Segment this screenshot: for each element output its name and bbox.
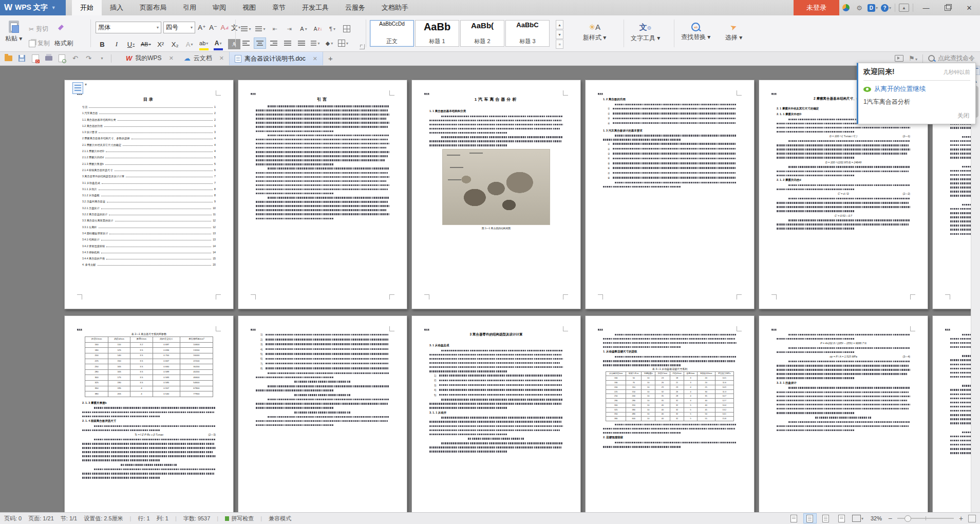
popup-close-button[interactable]: 关闭: [957, 112, 969, 120]
align-center-button[interactable]: [254, 38, 266, 48]
document-page-2[interactable]: 引言: [238, 80, 407, 309]
style-item-1[interactable]: AaBb标题 1: [415, 20, 459, 47]
style-item-2[interactable]: AaBb(标题 2: [460, 20, 504, 47]
clear-format-icon[interactable]: A◢: [220, 23, 229, 33]
sort-icon[interactable]: Az↓: [312, 24, 324, 34]
align-right-button[interactable]: [268, 38, 279, 48]
account-shield-icon[interactable]: [839, 0, 853, 15]
copy-button[interactable]: 复制: [29, 39, 50, 48]
cut-button[interactable]: ✂ 剪切: [29, 25, 48, 33]
navigation-flag-icon[interactable]: ▾: [72, 82, 87, 94]
resume-position-link[interactable]: 从离开的位置继续: [863, 85, 970, 93]
page-view-icon[interactable]: [804, 514, 816, 523]
paragraph-mark-icon[interactable]: ¶▾: [327, 24, 338, 34]
docer-icon[interactable]: D▾: [866, 0, 879, 15]
font-size-select[interactable]: 四号▾: [163, 22, 195, 33]
select-button[interactable]: ➤ 选择 ▾: [725, 23, 742, 42]
gear-icon[interactable]: ⚙: [853, 0, 866, 15]
menu-tab-8[interactable]: 云服务: [337, 0, 373, 15]
align-left-button[interactable]: [240, 38, 252, 48]
menu-tab-0[interactable]: 开始: [72, 0, 102, 15]
document-canvas[interactable]: 目录引言11 汽车离合器21.1 离合器的基本结构和分类21.2 离合器的功用3…: [0, 65, 980, 513]
doc-tab-0[interactable]: W我的WPS✕: [121, 51, 179, 65]
play-presentation-icon[interactable]: [895, 55, 903, 62]
document-page-1[interactable]: 目录引言11 汽车离合器21.1 离合器的基本结构和分类21.2 离合器的功用3…: [64, 80, 234, 309]
increase-font-icon[interactable]: A⁺: [197, 23, 206, 33]
document-page-3[interactable]: 1汽车离合器分析1. 1 离合器的基本结构和分类图 1—1 离合器的结构简图: [411, 80, 581, 309]
char-scale-icon[interactable]: A▾: [298, 24, 309, 34]
outline-view-icon[interactable]: [820, 514, 832, 523]
close-tab-icon[interactable]: ✕: [219, 55, 224, 62]
shading-bucket-icon[interactable]: ◆▾: [324, 38, 335, 48]
text-tool-button[interactable]: 文⚙ 文字工具 ▾: [631, 23, 660, 43]
open-folder-icon[interactable]: [4, 54, 13, 63]
document-page-8[interactable]: 1)2)3)4)5)6)7)8): [238, 315, 407, 513]
format-painter-button[interactable]: 格式刷: [54, 39, 73, 48]
best-fit-icon[interactable]: [968, 515, 976, 522]
new-tab-button[interactable]: +: [323, 51, 338, 65]
pinyin-guide-icon[interactable]: 文▾: [231, 23, 240, 33]
fullscreen-icon[interactable]: ▾: [852, 514, 864, 523]
document-page-11[interactable]: P = 4×202.8 / (185² − 155²) = 9088.7 Nσp…: [759, 315, 928, 513]
decrease-font-icon[interactable]: A⁻: [209, 23, 218, 33]
quick-access-more-icon[interactable]: ▾: [98, 54, 106, 63]
gallery-more-icon[interactable]: ≡: [556, 40, 563, 49]
doc-tab-1[interactable]: ☁云文档✕: [179, 51, 229, 65]
redo-icon[interactable]: ↷: [84, 54, 93, 63]
zoom-slider-handle[interactable]: [904, 515, 911, 522]
table-grid-icon[interactable]: [341, 24, 352, 34]
minimize-button[interactable]: —: [915, 0, 937, 15]
paragraph-dialog-launcher-icon[interactable]: [360, 44, 365, 49]
strikethrough-button[interactable]: AB▾: [141, 39, 151, 49]
menu-tab-2[interactable]: 页面布局: [131, 0, 175, 15]
print-icon[interactable]: [44, 54, 53, 63]
zoom-level[interactable]: 32%: [871, 515, 882, 521]
restore-button[interactable]: [937, 0, 958, 15]
zoom-slider[interactable]: [897, 518, 954, 519]
zoom-in-button[interactable]: +: [957, 514, 965, 522]
new-style-button[interactable]: ✳A 新样式 ▾: [583, 23, 606, 42]
close-tab-icon[interactable]: ✕: [313, 55, 317, 62]
vertical-scrollbar[interactable]: ▲: [971, 65, 980, 513]
distribute-button[interactable]: [296, 38, 307, 48]
line-spacing-icon[interactable]: ▾: [310, 38, 321, 48]
doc-tab-2[interactable]: 离合器设计说明书.doc✕: [229, 51, 323, 65]
document-page-10[interactable]: 1. 从动盘毂花键尺寸的选取表 3—1 从动盘毂花键尺寸系列从动盘外径/mm转矩…: [585, 315, 755, 513]
justify-button[interactable]: [282, 38, 293, 48]
document-page-9[interactable]: 3 离合器零件的结构选型及设计计算3. 1 从动盘总成1)2)3)4)5)3. …: [411, 315, 581, 513]
bullets-icon[interactable]: ▾: [240, 24, 252, 34]
gallery-down-icon[interactable]: ▼: [556, 30, 563, 39]
help-icon[interactable]: ?▾: [879, 0, 893, 15]
style-item-3[interactable]: AaBbC标题 3: [505, 20, 550, 47]
login-button[interactable]: 未登录: [794, 0, 839, 15]
collapse-ribbon-icon[interactable]: ▲: [897, 0, 911, 15]
menu-tab-6[interactable]: 章节: [264, 0, 294, 15]
document-page-7[interactable]: 表 2—1 离合器尺寸系列和参数外径D/mm内径d/mm厚度h/mm内外径之比C…: [64, 315, 234, 513]
print-preview-icon[interactable]: [58, 54, 66, 63]
borders-icon[interactable]: ▾: [337, 38, 349, 48]
menu-tab-5[interactable]: 视图: [234, 0, 264, 15]
menu-tab-4[interactable]: 审阅: [204, 0, 234, 15]
document-page-4[interactable]: 1. 2 离合器的功用①②③④1. 3 汽车离合器设计的基本要求①②③④⑤⑥⑦⑧: [585, 80, 755, 309]
web-view-icon[interactable]: [836, 514, 848, 523]
command-search-box[interactable]: 点此查找命令: [928, 54, 975, 63]
subscript-button[interactable]: X₂: [171, 39, 180, 49]
eye-protect-view-icon[interactable]: [788, 514, 800, 523]
italic-button[interactable]: I: [112, 39, 121, 49]
paste-button[interactable]: 粘贴 ▾: [5, 21, 22, 43]
superscript-button[interactable]: X²: [156, 39, 165, 49]
font-dialog-launcher-icon[interactable]: [228, 44, 233, 49]
numbering-icon[interactable]: ▾: [255, 24, 266, 34]
underline-button[interactable]: U▾: [126, 39, 136, 49]
menu-tab-9[interactable]: 文档助手: [373, 0, 417, 15]
gallery-up-icon[interactable]: ▲: [556, 20, 563, 29]
wps-logo[interactable]: W WPS 文字 ▼: [0, 0, 66, 15]
bold-button[interactable]: B: [98, 39, 107, 49]
zoom-out-button[interactable]: −: [887, 514, 894, 522]
decrease-indent-icon[interactable]: ⇤: [269, 24, 280, 34]
increase-indent-icon[interactable]: ⇥: [284, 24, 295, 34]
bookmark-flag-icon[interactable]: ⚑▾: [909, 54, 917, 62]
save-icon[interactable]: [17, 54, 26, 63]
text-effects-icon[interactable]: A▾: [185, 39, 194, 49]
font-name-select[interactable]: 黑体▾: [96, 22, 161, 33]
